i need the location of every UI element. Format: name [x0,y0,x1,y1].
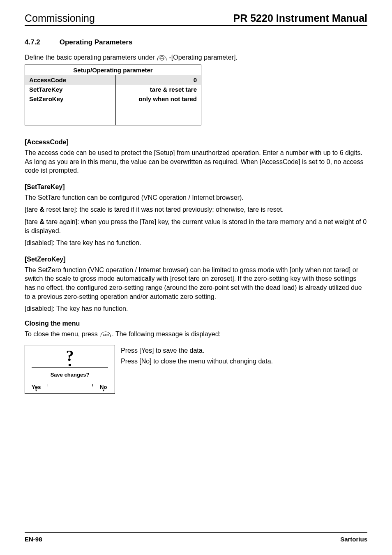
intro-after: -[Operating parameter]. [169,54,238,61]
param-label: SetTareKey [25,85,116,94]
closing-yes-text: Press [Yes] to save the data. [121,346,273,355]
dialog-no-button[interactable]: No ▾ [92,384,115,392]
chevron-down-icon: ▾ [25,390,48,392]
setzerokey-p2: [disabled]: The key has no function. [25,304,367,313]
save-changes-dialog: ? Save changes? Yes ▾ No ▾ [25,345,115,394]
closing-instructions: Press [Yes] to save the data. Press [No]… [121,345,273,366]
intro-line: Define the basic operating parameters un… [25,54,367,61]
dialog-icon-area: ? [25,345,115,367]
param-table: Setup/Operating parameter AccessCode 0 S… [25,65,201,125]
dialog-message: Save changes? [32,367,108,383]
param-label: AccessCode [25,75,116,85]
settarekey-heading: [SetTareKey] [25,183,367,191]
param-value: tare & reset tare [116,85,201,94]
footer-left: EN-98 [25,536,42,543]
param-value: 0 [116,75,201,85]
settarekey-p4: [disabled]: The tare key has no function… [25,238,367,247]
table-row: AccessCode 0 [25,75,201,85]
exit-key-icon: Exit [99,331,112,340]
header-right: PR 5220 Instrument Manual [233,12,367,24]
closing-line: To close the menu, press Exit . The foll… [25,330,367,340]
svg-text:Exit: Exit [103,333,109,337]
accesscode-text: The access code can be used to protect t… [25,148,367,175]
settarekey-p3: [tare & tare again]: when you press the … [25,217,367,235]
param-table-title: Setup/Operating parameter [25,65,201,76]
section-number: 4.7.2 [25,38,58,46]
setzerokey-p1: The SetZero function (VNC operation / In… [25,266,367,301]
table-row: SetTareKey tare & reset tare [25,85,201,94]
dialog-buttons: Yes ▾ No ▾ [25,383,115,393]
chevron-down-icon: ▾ [92,390,115,392]
footer-right: Sartorius [340,536,367,543]
param-value: only when not tared [116,94,201,104]
settarekey-p2: [tare & reset tare]: the scale is tared … [25,205,367,214]
param-label: SetZeroKey [25,94,116,104]
page-footer: EN-98 Sartorius [25,532,367,543]
section-title: Operating Parameters [60,38,133,46]
question-mark-icon: ? [66,348,74,366]
section-heading: 4.7.2 Operating Parameters [25,38,367,46]
closing-no-text: Press [No] to close the menu without cha… [121,356,273,366]
dialog-yes-button[interactable]: Yes ▾ [25,384,48,392]
setup-key-icon: Setup [157,54,169,61]
svg-text:Setup: Setup [159,58,164,60]
table-spacer [25,104,201,125]
setzerokey-heading: [SetZeroKey] [25,256,367,263]
dialog-spacer [48,384,70,392]
page-header: Commissioning PR 5220 Instrument Manual [25,12,367,26]
settarekey-p1: The SetTare function can be configured (… [25,193,367,202]
dialog-spacer [70,384,92,392]
intro-before: Define the basic operating parameters un… [25,54,157,61]
header-left: Commissioning [25,12,95,24]
closing-heading: Closing the menu [25,320,367,327]
accesscode-heading: [AccessCode] [25,139,367,146]
table-row: SetZeroKey only when not tared [25,94,201,104]
closing-row: ? Save changes? Yes ▾ No ▾ Press [Yes] t… [25,345,367,394]
